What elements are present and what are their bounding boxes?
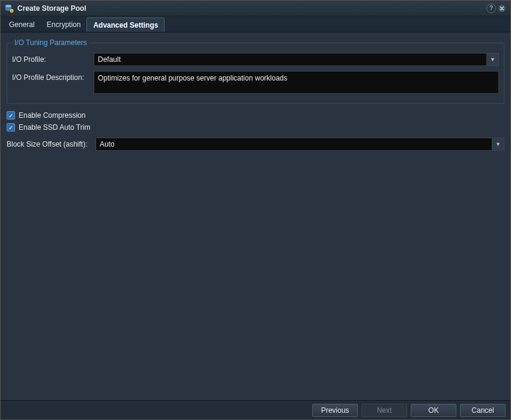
ashift-select[interactable]: Auto ▼ bbox=[95, 138, 504, 151]
io-profile-select[interactable]: Default ▼ bbox=[94, 53, 499, 66]
titlebar: + Create Storage Pool ? bbox=[1, 1, 510, 16]
dialog-content: I/O Tuning Parameters I/O Profile: Defau… bbox=[1, 32, 510, 400]
io-tuning-legend: I/O Tuning Parameters bbox=[12, 38, 89, 47]
dialog-footer: Previous Next OK Cancel bbox=[1, 400, 510, 419]
tab-advanced-settings[interactable]: Advanced Settings bbox=[86, 17, 165, 32]
enable-autotrim-row: ✓ Enable SSD Auto Trim bbox=[7, 123, 504, 132]
tabstrip: General Encryption Advanced Settings bbox=[1, 16, 510, 32]
io-profile-row: I/O Profile: Default ▼ bbox=[12, 53, 499, 66]
previous-button[interactable]: Previous bbox=[312, 404, 358, 417]
close-icon[interactable] bbox=[497, 4, 507, 13]
enable-compression-label: Enable Compression bbox=[19, 111, 85, 120]
svg-text:+: + bbox=[11, 9, 13, 13]
io-profile-label: I/O Profile: bbox=[12, 53, 94, 64]
tab-encryption[interactable]: Encryption bbox=[41, 16, 87, 32]
next-button: Next bbox=[361, 404, 407, 417]
titlebar-buttons: ? bbox=[486, 4, 507, 13]
enable-compression-row: ✓ Enable Compression bbox=[7, 111, 504, 120]
io-tuning-group: I/O Tuning Parameters I/O Profile: Defau… bbox=[7, 38, 504, 104]
chevron-down-icon: ▼ bbox=[486, 53, 498, 65]
chevron-down-icon: ▼ bbox=[492, 138, 504, 150]
ashift-row: Block Size Offset (ashift): Auto ▼ bbox=[7, 138, 504, 151]
io-profile-desc-label: I/O Profile Description: bbox=[12, 71, 94, 82]
ok-button[interactable]: OK bbox=[411, 404, 456, 417]
svg-point-1 bbox=[5, 5, 11, 7]
enable-compression-checkbox[interactable]: ✓ bbox=[7, 111, 15, 120]
help-icon[interactable]: ? bbox=[486, 4, 496, 13]
ashift-label: Block Size Offset (ashift): bbox=[7, 138, 95, 148]
io-profile-desc: Optimizes for general purpose server app… bbox=[94, 71, 499, 94]
storage-pool-icon: + bbox=[4, 4, 14, 13]
dialog-title: Create Storage Pool bbox=[17, 4, 486, 13]
enable-autotrim-label: Enable SSD Auto Trim bbox=[19, 123, 90, 132]
cancel-button[interactable]: Cancel bbox=[460, 404, 506, 417]
dialog-window: + Create Storage Pool ? General Encrypti… bbox=[0, 0, 511, 420]
ashift-value: Auto bbox=[100, 140, 115, 148]
enable-autotrim-checkbox[interactable]: ✓ bbox=[7, 123, 15, 132]
io-profile-value: Default bbox=[98, 55, 121, 64]
tab-general[interactable]: General bbox=[3, 16, 41, 32]
io-profile-desc-row: I/O Profile Description: Optimizes for g… bbox=[12, 71, 499, 94]
